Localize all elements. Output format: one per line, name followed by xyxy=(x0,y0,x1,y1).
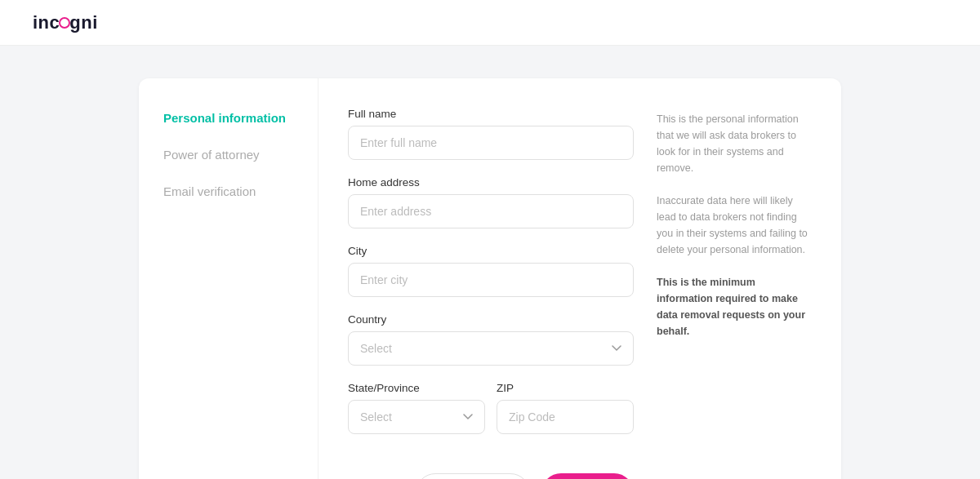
state-label: State/Province xyxy=(348,382,485,394)
sidebar-item-personal-information[interactable]: Personal information xyxy=(163,111,293,125)
sidebar-item-email-verification[interactable]: Email verification xyxy=(163,184,293,198)
state-group: State/Province Select California New Yor… xyxy=(348,382,485,434)
country-label: Country xyxy=(348,313,634,326)
home-address-label: Home address xyxy=(348,176,634,188)
main-content: Personal information Power of attorney E… xyxy=(0,46,980,479)
country-group: Country Select United States United King… xyxy=(348,313,634,366)
info-paragraph-3: This is the minimum information required… xyxy=(657,274,812,339)
zip-input[interactable] xyxy=(497,400,634,434)
info-panel: This is the personal information that we… xyxy=(657,108,812,479)
zip-group: ZIP xyxy=(497,382,634,434)
card: Personal information Power of attorney E… xyxy=(139,78,841,479)
logo-text-before: inc xyxy=(33,12,60,33)
info-paragraph-1: This is the personal information that we… xyxy=(657,111,812,176)
logo: incgni xyxy=(33,12,98,33)
info-paragraph-2: Inaccurate data here will likely lead to… xyxy=(657,193,812,258)
skip-button[interactable]: Skip for now xyxy=(416,473,531,479)
next-button[interactable]: Next xyxy=(541,473,634,479)
city-label: City xyxy=(348,245,634,257)
city-input[interactable] xyxy=(348,263,634,297)
header: incgni xyxy=(0,0,980,46)
full-name-group: Full name xyxy=(348,108,634,160)
form-area: Full name Home address City Country xyxy=(318,78,841,479)
sidebar: Personal information Power of attorney E… xyxy=(139,78,318,479)
state-select[interactable]: Select California New York Texas Florida xyxy=(348,400,485,434)
sidebar-item-power-of-attorney[interactable]: Power of attorney xyxy=(163,148,293,162)
form-fields: Full name Home address City Country xyxy=(348,108,634,479)
logo-text-after: gni xyxy=(69,12,98,33)
country-select[interactable]: Select United States United Kingdom Cana… xyxy=(348,331,634,366)
zip-label: ZIP xyxy=(497,382,634,394)
home-address-input[interactable] xyxy=(348,194,634,228)
state-zip-row: State/Province Select California New Yor… xyxy=(348,382,634,450)
logo-icon xyxy=(59,17,70,29)
full-name-label: Full name xyxy=(348,108,634,120)
city-group: City xyxy=(348,245,634,297)
action-row: Skip for now Next xyxy=(348,473,634,479)
home-address-group: Home address xyxy=(348,176,634,228)
full-name-input[interactable] xyxy=(348,126,634,160)
